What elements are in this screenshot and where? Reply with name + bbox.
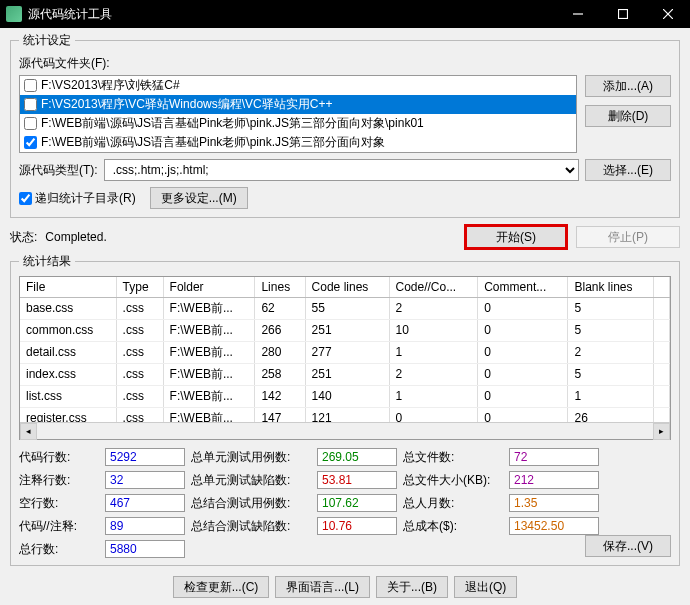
table-cell: 140	[305, 385, 389, 407]
stat-unit-cases: 269.05	[317, 448, 397, 466]
minimize-button[interactable]	[555, 0, 600, 28]
stat-label: 总文件数:	[403, 449, 503, 466]
folder-path: F:\VS2013\程序\VC驿站Windows编程\VC驿站实用C++	[41, 96, 332, 113]
language-button[interactable]: 界面语言...(L)	[275, 576, 370, 598]
add-folder-button[interactable]: 添加...(A)	[585, 75, 671, 97]
horizontal-scrollbar[interactable]: ◂ ▸	[20, 422, 670, 439]
stat-code-comment: 89	[105, 517, 185, 535]
table-cell: 142	[255, 385, 305, 407]
scroll-right-arrow[interactable]: ▸	[653, 423, 670, 440]
folder-checkbox[interactable]	[24, 98, 37, 111]
folder-item[interactable]: F:\VS2013\程序\刘铁猛C#	[20, 76, 576, 95]
table-cell: .css	[116, 385, 163, 407]
maximize-button[interactable]	[600, 0, 645, 28]
table-cell: 0	[478, 363, 568, 385]
select-type-button[interactable]: 选择...(E)	[585, 159, 671, 181]
table-row[interactable]: register.css.cssF:\WEB前...1471210026	[20, 407, 670, 422]
column-header[interactable]: Lines	[255, 277, 305, 297]
status-label: 状态:	[10, 229, 37, 246]
stat-label: 总单元测试用例数:	[191, 449, 311, 466]
table-row[interactable]: common.css.cssF:\WEB前...2662511005	[20, 319, 670, 341]
stat-label: 总结合测试缺陷数:	[191, 518, 311, 535]
table-cell: 26	[568, 407, 654, 422]
stat-total-files: 72	[509, 448, 599, 466]
table-cell: 0	[389, 407, 478, 422]
stat-label: 空行数:	[19, 495, 99, 512]
table-row[interactable]: base.css.cssF:\WEB前...6255205	[20, 297, 670, 319]
exit-button[interactable]: 退出(Q)	[454, 576, 517, 598]
table-cell: 280	[255, 341, 305, 363]
table-cell: 258	[255, 363, 305, 385]
results-legend: 统计结果	[19, 253, 75, 270]
table-cell: base.css	[20, 297, 116, 319]
column-header[interactable]: File	[20, 277, 116, 297]
stat-total-cost: 13452.50	[509, 517, 599, 535]
folder-item[interactable]: F:\WEB前端\源码\JS语言基础Pink老师\pink.JS第三部分面向对象…	[20, 114, 576, 133]
about-button[interactable]: 关于...(B)	[376, 576, 448, 598]
folder-checkbox[interactable]	[24, 136, 37, 149]
folder-checkbox[interactable]	[24, 117, 37, 130]
table-cell: index.css	[20, 363, 116, 385]
table-cell: 1	[568, 385, 654, 407]
recurse-checkbox[interactable]	[19, 192, 32, 205]
settings-legend: 统计设定	[19, 32, 75, 49]
scroll-left-arrow[interactable]: ◂	[20, 423, 37, 440]
table-cell: F:\WEB前...	[163, 319, 255, 341]
table-cell: 1	[389, 341, 478, 363]
column-header[interactable]: Type	[116, 277, 163, 297]
column-header[interactable]: Code//Co...	[389, 277, 478, 297]
table-cell: list.css	[20, 385, 116, 407]
stat-label: 总成本($):	[403, 518, 503, 535]
stat-code-lines: 5292	[105, 448, 185, 466]
table-cell: 10	[389, 319, 478, 341]
folder-label: 源代码文件夹(F):	[19, 55, 671, 72]
table-cell: 5	[568, 363, 654, 385]
stat-label: 注释行数:	[19, 472, 99, 489]
stat-blank-lines: 467	[105, 494, 185, 512]
column-header[interactable]: Blank lines	[568, 277, 654, 297]
window-title: 源代码统计工具	[28, 6, 555, 23]
table-cell: 0	[478, 407, 568, 422]
stat-combo-defects: 10.76	[317, 517, 397, 535]
table-cell: 1	[389, 385, 478, 407]
check-update-button[interactable]: 检查更新...(C)	[173, 576, 270, 598]
type-select[interactable]: .css;.htm;.js;.html;	[104, 159, 579, 181]
column-header[interactable]: Folder	[163, 277, 255, 297]
results-table: FileTypeFolderLinesCode linesCode//Co...…	[20, 277, 670, 422]
table-cell: 55	[305, 297, 389, 319]
column-header[interactable]: Comment...	[478, 277, 568, 297]
table-cell: F:\WEB前...	[163, 341, 255, 363]
results-table-scroll[interactable]: FileTypeFolderLinesCode linesCode//Co...…	[20, 277, 670, 422]
folder-path: F:\VS2013\程序\刘铁猛C#	[41, 77, 180, 94]
column-header[interactable]: Code lines	[305, 277, 389, 297]
more-settings-button[interactable]: 更多设定...(M)	[150, 187, 248, 209]
settings-group: 统计设定 源代码文件夹(F): F:\VS2013\程序\刘铁猛C#F:\VS2…	[10, 32, 680, 218]
table-cell: 5	[568, 297, 654, 319]
stat-combo-cases: 107.62	[317, 494, 397, 512]
folder-path: F:\WEB前端\源码\JS语言基础Pink老师\pink.JS第三部分面向对象…	[41, 115, 424, 132]
table-cell: 121	[305, 407, 389, 422]
table-cell: F:\WEB前...	[163, 385, 255, 407]
delete-folder-button[interactable]: 删除(D)	[585, 105, 671, 127]
close-button[interactable]	[645, 0, 690, 28]
save-button[interactable]: 保存...(V)	[585, 535, 671, 557]
folder-item[interactable]: F:\WEB前端\源码\JS语言基础Pink老师\pink.JS第三部分面向对象	[20, 133, 576, 152]
folder-checkbox[interactable]	[24, 79, 37, 92]
table-row[interactable]: detail.css.cssF:\WEB前...280277102	[20, 341, 670, 363]
svg-rect-1	[618, 10, 627, 19]
table-cell: F:\WEB前...	[163, 363, 255, 385]
type-label: 源代码类型(T):	[19, 162, 98, 179]
stat-label: 总行数:	[19, 541, 99, 558]
stat-unit-defects: 53.81	[317, 471, 397, 489]
recurse-checkbox-label[interactable]: 递归统计子目录(R)	[19, 190, 136, 207]
table-cell: 0	[478, 341, 568, 363]
folder-item[interactable]: F:\VS2013\程序\VC驿站Windows编程\VC驿站实用C++	[20, 95, 576, 114]
folder-listbox[interactable]: F:\VS2013\程序\刘铁猛C#F:\VS2013\程序\VC驿站Windo…	[19, 75, 577, 153]
stat-label: 总单元测试缺陷数:	[191, 472, 311, 489]
table-cell: 266	[255, 319, 305, 341]
table-row[interactable]: index.css.cssF:\WEB前...258251205	[20, 363, 670, 385]
app-icon	[6, 6, 22, 22]
stat-total-size: 212	[509, 471, 599, 489]
table-row[interactable]: list.css.cssF:\WEB前...142140101	[20, 385, 670, 407]
start-button[interactable]: 开始(S)	[464, 224, 568, 250]
